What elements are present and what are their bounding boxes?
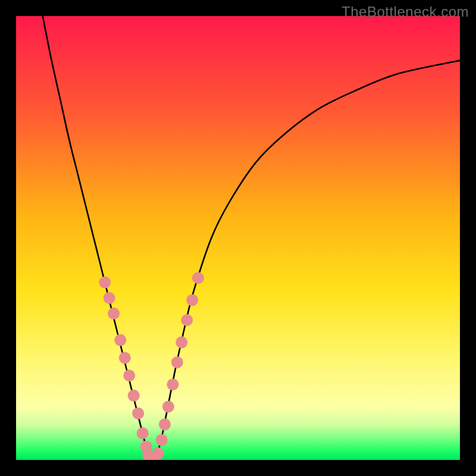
- data-point: [167, 378, 178, 390]
- data-point: [123, 369, 135, 381]
- plot-background: [16, 16, 460, 460]
- chart-container: TheBottleneck.com: [0, 0, 476, 476]
- data-point: [128, 390, 140, 402]
- data-point: [119, 352, 131, 364]
- data-point: [192, 272, 204, 284]
- data-point: [152, 447, 164, 459]
- data-point: [159, 418, 171, 430]
- data-point: [108, 308, 120, 320]
- data-point: [156, 434, 168, 446]
- data-point: [104, 292, 115, 304]
- data-point: [162, 400, 174, 412]
- data-point: [171, 356, 183, 368]
- data-point: [181, 314, 193, 326]
- data-point: [114, 334, 126, 346]
- data-point: [137, 427, 149, 439]
- data-point: [186, 294, 198, 306]
- data-point: [176, 336, 187, 348]
- data-point: [132, 408, 144, 419]
- watermark-text: TheBottleneck.com: [342, 4, 469, 20]
- bottleneck-chart: [16, 16, 460, 460]
- data-point: [99, 277, 111, 289]
